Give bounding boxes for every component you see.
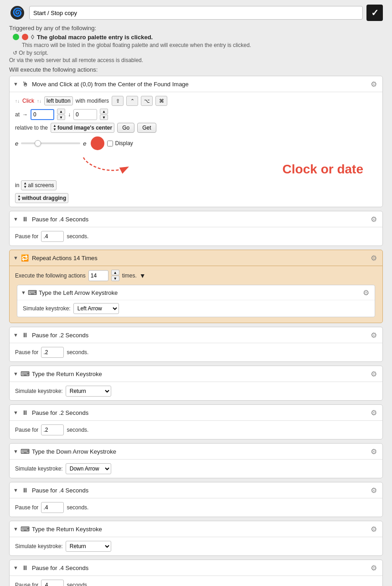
- gear-button[interactable]: ⚙: [361, 288, 371, 298]
- action-pause3-body: Pause for seconds.: [10, 421, 382, 439]
- x-stepper-down[interactable]: ▼: [57, 115, 65, 120]
- y-stepper: ▲ ▼: [100, 109, 108, 120]
- gear-button[interactable]: ⚙: [369, 330, 379, 340]
- pause-value-input[interactable]: [41, 502, 64, 513]
- pause-for-label: Pause for: [15, 582, 38, 586]
- x-coord-input[interactable]: [31, 109, 54, 120]
- slider-thumb[interactable]: [35, 140, 41, 146]
- gear-button[interactable]: ⚙: [369, 563, 379, 573]
- y-stepper-up[interactable]: ▲: [100, 109, 108, 114]
- gear-button[interactable]: ⚙: [369, 524, 379, 534]
- action-pause5-title: Pause for .4 Seconds: [32, 565, 366, 571]
- display-checkbox-label[interactable]: Display: [107, 140, 133, 146]
- gear-button[interactable]: ⚙: [369, 253, 379, 263]
- action-move-click-body: ↑↓ Click ↑↓ left button with modifiers ⇧…: [10, 92, 382, 207]
- gear-button[interactable]: ⚙: [369, 446, 379, 456]
- logo-icon: 🌀: [9, 5, 26, 21]
- get-button[interactable]: Get: [137, 123, 156, 133]
- pause-icon: ⏸: [21, 564, 29, 572]
- screens-select[interactable]: ▲▼ all screens: [21, 180, 56, 190]
- keystroke-select[interactable]: Return: [66, 541, 111, 552]
- slider-track[interactable]: [21, 142, 80, 144]
- trigger-row-palette: ◊ The global macro palette entry is clic…: [9, 33, 383, 41]
- chevron-icon[interactable]: ▼: [13, 371, 18, 377]
- pause-value-input[interactable]: [41, 231, 64, 242]
- action-type-return1-title: Type the Return Keystroke: [32, 371, 366, 377]
- modifier-ctrl-btn[interactable]: ⌃: [126, 96, 138, 106]
- macro-title-input[interactable]: [29, 6, 363, 20]
- action-pause4-header: ▼ ⏸ Pause for .4 Seconds ⚙: [10, 482, 382, 498]
- action-move-click-title: Move and Click at (0,0) from the Center …: [32, 81, 366, 88]
- pause-value-input[interactable]: [41, 424, 64, 435]
- seconds-label: seconds.: [67, 349, 88, 356]
- keystroke-select[interactable]: Left Arrow: [73, 303, 119, 314]
- action-type-return2-body: Simulate keystroke: Return: [10, 537, 382, 555]
- x-stepper-up[interactable]: ▲: [57, 109, 65, 114]
- action-pause3: ▼ ⏸ Pause for .2 Seconds ⚙ Pause for sec…: [9, 404, 383, 440]
- dragging-select[interactable]: ▲▼ without dragging: [15, 193, 68, 203]
- chevron-icon[interactable]: ▼: [21, 290, 26, 295]
- red-circle-indicator: [91, 136, 104, 150]
- action-pause4-title: Pause for .4 Seconds: [32, 487, 366, 494]
- action-type-return2-header: ▼ ⌨ Type the Return Keystroke ⚙: [10, 521, 382, 537]
- times-dropdown[interactable]: ▼: [139, 272, 146, 279]
- chevron-icon[interactable]: ▼: [13, 255, 18, 261]
- green-add-icon[interactable]: [13, 34, 19, 40]
- go-button[interactable]: Go: [117, 123, 134, 133]
- keyboard-icon: ⌨: [21, 525, 29, 533]
- action-pause1-body: Pause for seconds.: [10, 227, 382, 246]
- gear-button[interactable]: ⚙: [369, 79, 379, 89]
- action-pause1-title: Pause for .4 Seconds: [32, 216, 366, 223]
- gear-button[interactable]: ⚙: [369, 408, 379, 418]
- action-type-down: ▼ ⌨ Type the Down Arrow Keystroke ⚙ Simu…: [9, 443, 383, 478]
- y-stepper-down[interactable]: ▼: [100, 115, 108, 120]
- inner-action-type-left: ▼ ⌨ Type the Left Arrow Keystroke ⚙ Simu…: [17, 285, 375, 317]
- chevron-icon[interactable]: ▼: [13, 216, 18, 222]
- pause-value-input[interactable]: [41, 580, 64, 586]
- action-type-return1-header: ▼ ⌨ Type the Return Keystroke ⚙: [10, 366, 382, 382]
- e-left: e: [15, 140, 18, 147]
- action-type-down-title: Type the Down Arrow Keystroke: [32, 448, 366, 455]
- red-remove-icon[interactable]: [22, 34, 28, 40]
- in-label: in: [15, 182, 19, 188]
- times-stepper-down[interactable]: ▼: [111, 276, 119, 281]
- keystroke-select[interactable]: Down Arrow: [66, 463, 111, 474]
- gear-button[interactable]: ⚙: [369, 485, 379, 495]
- pause-value-input[interactable]: [41, 347, 64, 358]
- chevron-icon[interactable]: ▼: [13, 526, 18, 532]
- action-pause3-header: ▼ ⏸ Pause for .2 Seconds ⚙: [10, 405, 382, 421]
- will-execute-label: Will execute the following actions:: [9, 66, 383, 73]
- simulate-label: Simulate keystroke:: [23, 305, 71, 312]
- modifier-cmd-btn[interactable]: ⌘: [155, 96, 167, 106]
- chevron-icon[interactable]: ▼: [13, 449, 18, 454]
- chevron-down-icon[interactable]: ▼: [13, 81, 18, 87]
- found-center-select[interactable]: ▲▼ found image's center: [51, 123, 114, 133]
- gear-button[interactable]: ⚙: [369, 214, 379, 224]
- keystroke-select[interactable]: Return: [66, 386, 111, 397]
- y-coord-input[interactable]: [73, 109, 97, 120]
- chevron-icon[interactable]: ▼: [13, 487, 18, 493]
- chevron-icon[interactable]: ▼: [13, 565, 18, 570]
- times-stepper-up[interactable]: ▲: [111, 270, 119, 275]
- repeat-execute-row: Execute the following actions ▲ ▼ times.…: [15, 270, 377, 281]
- modifier-opt-btn[interactable]: ⌥: [141, 96, 153, 106]
- checkmark-button[interactable]: ✓: [366, 5, 383, 21]
- e-right: e: [83, 140, 86, 147]
- chevron-icon[interactable]: ▼: [13, 332, 18, 338]
- action-move-click-header: ▼ 🖱 Move and Click at (0,0) from the Cen…: [10, 76, 382, 92]
- chevron-icon[interactable]: ▼: [13, 410, 18, 415]
- dragging-row: ▲▼ without dragging: [15, 192, 377, 203]
- pause-icon: ⏸: [21, 408, 29, 417]
- gear-button[interactable]: ⚙: [369, 369, 379, 379]
- repeat-icon: 🔁: [21, 254, 29, 262]
- dragging-text: without dragging: [22, 195, 66, 201]
- display-checkbox[interactable]: [107, 141, 113, 146]
- times-input[interactable]: [88, 270, 108, 281]
- seconds-label: seconds.: [67, 427, 88, 433]
- simulate-label: Simulate keystroke:: [15, 543, 63, 549]
- button-type-select[interactable]: left button: [44, 96, 73, 105]
- modifier-shift-btn[interactable]: ⇧: [112, 96, 124, 106]
- seconds-label: seconds.: [67, 582, 88, 586]
- keyboard-icon: ⌨: [21, 370, 29, 378]
- action-pause2-header: ▼ ⏸ Pause for .2 Seconds ⚙: [10, 327, 382, 343]
